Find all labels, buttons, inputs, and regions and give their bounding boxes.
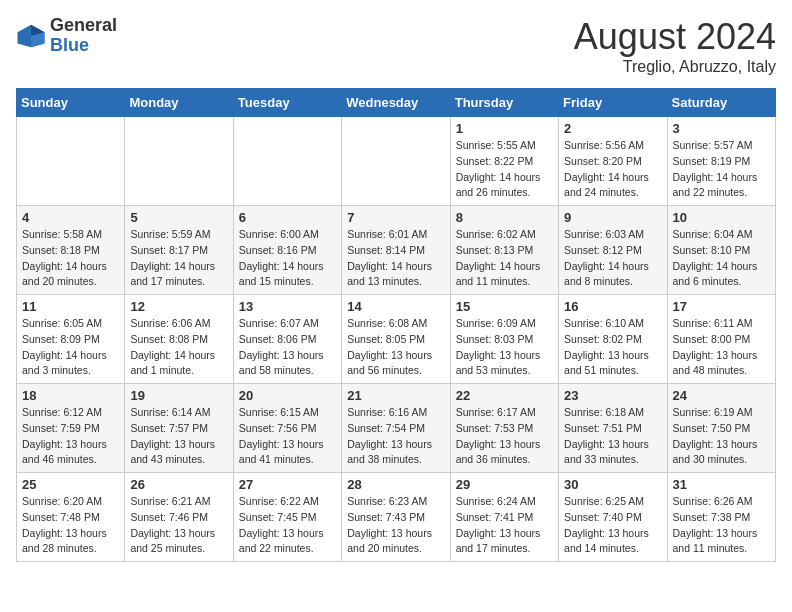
logo-general: General <box>50 16 117 36</box>
day-info: Sunrise: 6:01 AMSunset: 8:14 PMDaylight:… <box>347 227 444 290</box>
day-number: 28 <box>347 477 444 492</box>
calendar-table: SundayMondayTuesdayWednesdayThursdayFrid… <box>16 88 776 562</box>
day-number: 14 <box>347 299 444 314</box>
day-cell: 18Sunrise: 6:12 AMSunset: 7:59 PMDayligh… <box>17 384 125 473</box>
day-info: Sunrise: 6:11 AMSunset: 8:00 PMDaylight:… <box>673 316 770 379</box>
day-number: 20 <box>239 388 336 403</box>
day-cell: 16Sunrise: 6:10 AMSunset: 8:02 PMDayligh… <box>559 295 667 384</box>
day-cell: 13Sunrise: 6:07 AMSunset: 8:06 PMDayligh… <box>233 295 341 384</box>
day-info: Sunrise: 5:55 AMSunset: 8:22 PMDaylight:… <box>456 138 553 201</box>
day-number: 10 <box>673 210 770 225</box>
day-info: Sunrise: 5:59 AMSunset: 8:17 PMDaylight:… <box>130 227 227 290</box>
week-row-1: 1Sunrise: 5:55 AMSunset: 8:22 PMDaylight… <box>17 117 776 206</box>
day-cell: 9Sunrise: 6:03 AMSunset: 8:12 PMDaylight… <box>559 206 667 295</box>
day-info: Sunrise: 6:02 AMSunset: 8:13 PMDaylight:… <box>456 227 553 290</box>
day-cell: 10Sunrise: 6:04 AMSunset: 8:10 PMDayligh… <box>667 206 775 295</box>
day-number: 22 <box>456 388 553 403</box>
day-cell <box>342 117 450 206</box>
day-cell: 1Sunrise: 5:55 AMSunset: 8:22 PMDaylight… <box>450 117 558 206</box>
day-info: Sunrise: 6:07 AMSunset: 8:06 PMDaylight:… <box>239 316 336 379</box>
day-number: 27 <box>239 477 336 492</box>
day-cell: 11Sunrise: 6:05 AMSunset: 8:09 PMDayligh… <box>17 295 125 384</box>
day-cell: 2Sunrise: 5:56 AMSunset: 8:20 PMDaylight… <box>559 117 667 206</box>
day-info: Sunrise: 6:05 AMSunset: 8:09 PMDaylight:… <box>22 316 119 379</box>
week-row-3: 11Sunrise: 6:05 AMSunset: 8:09 PMDayligh… <box>17 295 776 384</box>
day-number: 7 <box>347 210 444 225</box>
page-header: General Blue August 2024 Treglio, Abruzz… <box>16 16 776 76</box>
day-info: Sunrise: 6:18 AMSunset: 7:51 PMDaylight:… <box>564 405 661 468</box>
week-row-4: 18Sunrise: 6:12 AMSunset: 7:59 PMDayligh… <box>17 384 776 473</box>
day-number: 2 <box>564 121 661 136</box>
logo-text: General Blue <box>50 16 117 56</box>
day-info: Sunrise: 5:58 AMSunset: 8:18 PMDaylight:… <box>22 227 119 290</box>
col-header-saturday: Saturday <box>667 89 775 117</box>
day-number: 30 <box>564 477 661 492</box>
day-cell: 14Sunrise: 6:08 AMSunset: 8:05 PMDayligh… <box>342 295 450 384</box>
day-info: Sunrise: 6:23 AMSunset: 7:43 PMDaylight:… <box>347 494 444 557</box>
day-number: 3 <box>673 121 770 136</box>
day-cell: 29Sunrise: 6:24 AMSunset: 7:41 PMDayligh… <box>450 473 558 562</box>
day-cell: 22Sunrise: 6:17 AMSunset: 7:53 PMDayligh… <box>450 384 558 473</box>
day-cell: 12Sunrise: 6:06 AMSunset: 8:08 PMDayligh… <box>125 295 233 384</box>
col-header-friday: Friday <box>559 89 667 117</box>
day-cell: 8Sunrise: 6:02 AMSunset: 8:13 PMDaylight… <box>450 206 558 295</box>
day-number: 16 <box>564 299 661 314</box>
col-header-thursday: Thursday <box>450 89 558 117</box>
day-cell <box>125 117 233 206</box>
location: Treglio, Abruzzo, Italy <box>574 58 776 76</box>
day-info: Sunrise: 6:04 AMSunset: 8:10 PMDaylight:… <box>673 227 770 290</box>
day-number: 21 <box>347 388 444 403</box>
col-header-sunday: Sunday <box>17 89 125 117</box>
day-info: Sunrise: 6:21 AMSunset: 7:46 PMDaylight:… <box>130 494 227 557</box>
day-cell <box>233 117 341 206</box>
day-info: Sunrise: 6:19 AMSunset: 7:50 PMDaylight:… <box>673 405 770 468</box>
logo-icon <box>16 21 46 51</box>
month-title: August 2024 <box>574 16 776 58</box>
day-info: Sunrise: 6:08 AMSunset: 8:05 PMDaylight:… <box>347 316 444 379</box>
day-cell: 30Sunrise: 6:25 AMSunset: 7:40 PMDayligh… <box>559 473 667 562</box>
day-info: Sunrise: 6:10 AMSunset: 8:02 PMDaylight:… <box>564 316 661 379</box>
day-info: Sunrise: 6:06 AMSunset: 8:08 PMDaylight:… <box>130 316 227 379</box>
week-row-2: 4Sunrise: 5:58 AMSunset: 8:18 PMDaylight… <box>17 206 776 295</box>
col-header-wednesday: Wednesday <box>342 89 450 117</box>
header-row: SundayMondayTuesdayWednesdayThursdayFrid… <box>17 89 776 117</box>
day-info: Sunrise: 6:12 AMSunset: 7:59 PMDaylight:… <box>22 405 119 468</box>
day-cell: 31Sunrise: 6:26 AMSunset: 7:38 PMDayligh… <box>667 473 775 562</box>
day-cell: 21Sunrise: 6:16 AMSunset: 7:54 PMDayligh… <box>342 384 450 473</box>
day-number: 23 <box>564 388 661 403</box>
day-info: Sunrise: 5:56 AMSunset: 8:20 PMDaylight:… <box>564 138 661 201</box>
day-cell: 24Sunrise: 6:19 AMSunset: 7:50 PMDayligh… <box>667 384 775 473</box>
day-number: 26 <box>130 477 227 492</box>
day-cell: 19Sunrise: 6:14 AMSunset: 7:57 PMDayligh… <box>125 384 233 473</box>
day-cell: 20Sunrise: 6:15 AMSunset: 7:56 PMDayligh… <box>233 384 341 473</box>
col-header-tuesday: Tuesday <box>233 89 341 117</box>
day-info: Sunrise: 6:20 AMSunset: 7:48 PMDaylight:… <box>22 494 119 557</box>
day-info: Sunrise: 6:09 AMSunset: 8:03 PMDaylight:… <box>456 316 553 379</box>
day-number: 31 <box>673 477 770 492</box>
day-number: 4 <box>22 210 119 225</box>
day-number: 19 <box>130 388 227 403</box>
day-cell: 26Sunrise: 6:21 AMSunset: 7:46 PMDayligh… <box>125 473 233 562</box>
day-info: Sunrise: 6:15 AMSunset: 7:56 PMDaylight:… <box>239 405 336 468</box>
logo: General Blue <box>16 16 117 56</box>
day-info: Sunrise: 6:22 AMSunset: 7:45 PMDaylight:… <box>239 494 336 557</box>
day-number: 13 <box>239 299 336 314</box>
day-number: 8 <box>456 210 553 225</box>
day-cell: 15Sunrise: 6:09 AMSunset: 8:03 PMDayligh… <box>450 295 558 384</box>
day-info: Sunrise: 6:24 AMSunset: 7:41 PMDaylight:… <box>456 494 553 557</box>
day-number: 15 <box>456 299 553 314</box>
day-info: Sunrise: 6:00 AMSunset: 8:16 PMDaylight:… <box>239 227 336 290</box>
day-info: Sunrise: 6:03 AMSunset: 8:12 PMDaylight:… <box>564 227 661 290</box>
day-cell <box>17 117 125 206</box>
day-cell: 28Sunrise: 6:23 AMSunset: 7:43 PMDayligh… <box>342 473 450 562</box>
col-header-monday: Monday <box>125 89 233 117</box>
day-info: Sunrise: 5:57 AMSunset: 8:19 PMDaylight:… <box>673 138 770 201</box>
day-number: 9 <box>564 210 661 225</box>
day-number: 6 <box>239 210 336 225</box>
day-cell: 6Sunrise: 6:00 AMSunset: 8:16 PMDaylight… <box>233 206 341 295</box>
day-cell: 17Sunrise: 6:11 AMSunset: 8:00 PMDayligh… <box>667 295 775 384</box>
day-number: 11 <box>22 299 119 314</box>
day-cell: 23Sunrise: 6:18 AMSunset: 7:51 PMDayligh… <box>559 384 667 473</box>
day-info: Sunrise: 6:26 AMSunset: 7:38 PMDaylight:… <box>673 494 770 557</box>
day-cell: 5Sunrise: 5:59 AMSunset: 8:17 PMDaylight… <box>125 206 233 295</box>
